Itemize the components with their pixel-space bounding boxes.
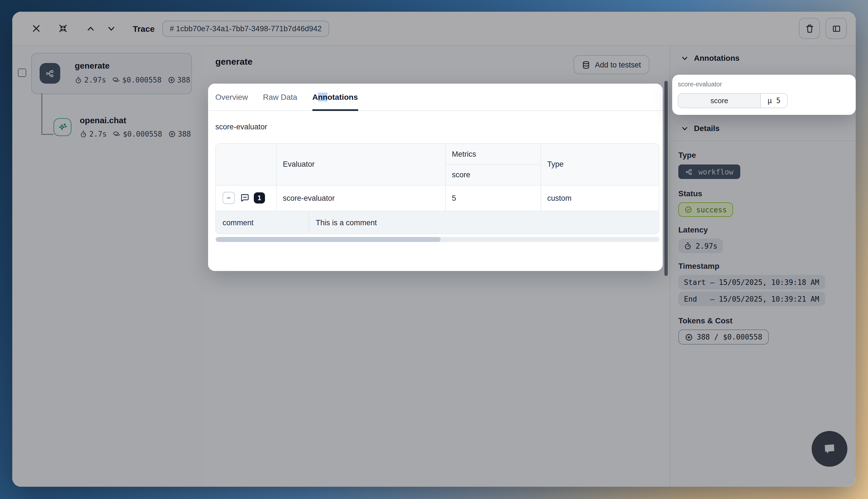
comment-icon[interactable]: [240, 193, 250, 205]
annotation-score-pill[interactable]: score μ 5: [678, 93, 788, 108]
annotation-card: score-evaluator score μ 5: [672, 75, 856, 115]
cell-type: custom: [547, 186, 571, 211]
tab-overview[interactable]: Overview: [215, 84, 248, 110]
metric-value[interactable]: μ 5: [761, 94, 787, 108]
scrollbar-thumb[interactable]: [216, 237, 441, 242]
metric-name[interactable]: score: [678, 94, 761, 108]
trace-viewer-panel: Trace # 1cbb70e7-34a1-7bb7-3498-771b7d46…: [12, 12, 856, 487]
col-header-type: Type: [547, 144, 564, 185]
comment-value: This is a comment: [316, 211, 377, 234]
tab-raw-data[interactable]: Raw Data: [263, 84, 297, 110]
table-horizontal-scrollbar[interactable]: [215, 237, 659, 242]
col-header-metric-score: score: [452, 165, 470, 186]
cell-score: 5: [452, 186, 456, 211]
table-row: 1 score-evaluator 5 custom: [216, 185, 659, 211]
col-header-evaluator: Evaluator: [283, 144, 315, 185]
annotations-table: Evaluator Metrics score Type: [215, 143, 659, 234]
annotation-evaluator-label: score-evaluator: [678, 81, 722, 87]
evaluator-section-title: score-evaluator: [215, 123, 267, 131]
cell-evaluator: score-evaluator: [283, 186, 335, 211]
tab-annotations[interactable]: Annotations: [312, 84, 358, 110]
minus-icon: [227, 195, 231, 201]
col-header-metrics: Metrics: [452, 144, 476, 165]
table-header: Evaluator Metrics score Type: [216, 144, 659, 185]
row-collapse-button[interactable]: [222, 192, 235, 204]
comment-key: comment: [222, 211, 254, 234]
text-selection: nn: [318, 93, 327, 101]
span-detail-card: Overview Raw Data Annotations score-eval…: [208, 84, 663, 271]
comment-count-badge[interactable]: 1: [254, 192, 265, 204]
tab-bar: Overview Raw Data Annotations: [208, 84, 663, 111]
comment-row: comment This is a comment: [216, 211, 659, 234]
screen: Trace # 1cbb70e7-34a1-7bb7-3498-771b7d46…: [0, 0, 868, 499]
